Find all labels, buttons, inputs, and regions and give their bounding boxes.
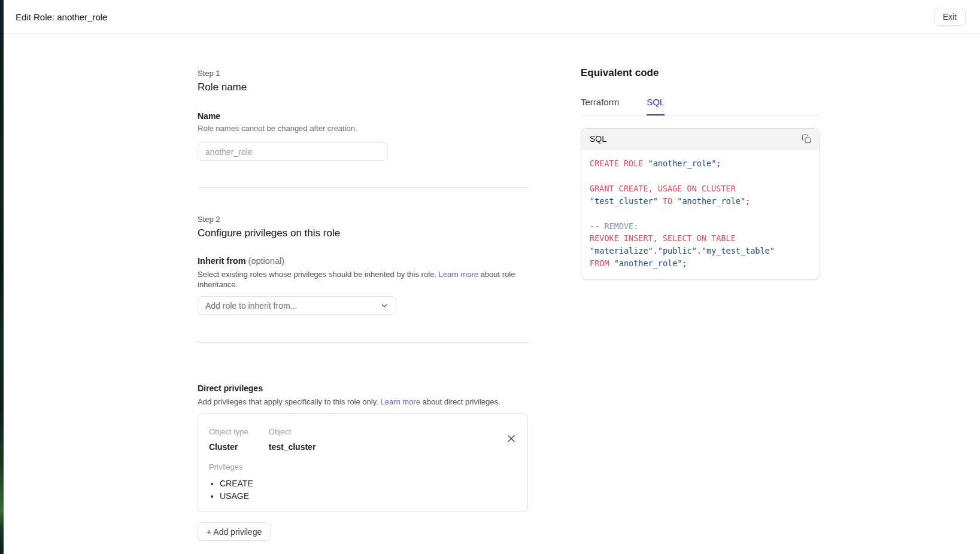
learn-more-link-privileges[interactable]: Learn more <box>380 397 420 406</box>
object-label: Object <box>269 427 316 436</box>
privileges-list: CREATEUSAGE <box>209 477 515 502</box>
inherit-role-select[interactable]: Add role to inherit from... <box>198 296 396 315</box>
copy-icon <box>802 134 811 144</box>
optional-suffix: (optional) <box>246 256 284 266</box>
inherit-from-label: Inherit from (optional) <box>198 256 528 266</box>
section-divider <box>198 342 528 343</box>
sql-code-panel: SQL CREATE ROLE "another_role"; GRANT CR… <box>581 128 820 280</box>
privilege-item: USAGE <box>220 490 515 503</box>
privilege-card-columns: Object type Cluster Object test_cluster <box>209 427 515 452</box>
direct-desc-before: Add privileges that apply specifically t… <box>198 397 380 406</box>
step2-title: Configure privileges on this role <box>198 227 528 239</box>
chevron-down-icon <box>380 302 389 310</box>
inherit-from-label-text: Inherit from <box>198 256 246 266</box>
topbar: Edit Role: another_role Exit <box>4 0 980 34</box>
code-line: "materialize"."public"."my_test_table" <box>590 245 811 257</box>
copy-code-button[interactable] <box>800 133 812 145</box>
form-column: Step 1 Role name Name Role names cannot … <box>198 34 528 541</box>
tab-sql[interactable]: SQL <box>647 97 665 115</box>
sql-code: CREATE ROLE "another_role"; GRANT CREATE… <box>581 150 820 279</box>
inherit-role-select-placeholder: Add role to inherit from... <box>205 301 297 311</box>
code-line: FROM "another_role"; <box>590 257 811 270</box>
code-line: GRANT CREATE, USAGE ON CLUSTER <box>590 182 811 195</box>
object-type-column: Object type Cluster <box>209 427 248 452</box>
main-content: Step 1 Role name Name Role names cannot … <box>4 34 980 554</box>
code-line: REVOKE INSERT, SELECT ON TABLE <box>590 232 811 245</box>
sql-code-panel-header: SQL <box>581 129 820 150</box>
step1-eyebrow: Step 1 <box>198 69 528 78</box>
role-name-input[interactable] <box>198 142 388 161</box>
inherit-description: Select existing roles whose privileges s… <box>198 269 524 290</box>
privilege-item: CREATE <box>220 477 515 490</box>
tab-terraform[interactable]: Terraform <box>581 97 619 115</box>
learn-more-link-inheritance[interactable]: Learn more <box>439 270 478 279</box>
object-type-value: Cluster <box>209 442 248 452</box>
code-line: CREATE ROLE "another_role"; <box>590 157 811 170</box>
object-type-label: Object type <box>209 427 248 436</box>
privilege-card: Object type Cluster Object test_cluster … <box>198 413 528 512</box>
close-icon <box>508 435 515 442</box>
name-help: Role names cannot be changed after creat… <box>198 123 528 133</box>
code-line <box>590 170 811 182</box>
code-line: -- REMOVE: <box>590 220 811 233</box>
direct-privileges-description: Add privileges that apply specifically t… <box>198 397 528 407</box>
equivalent-code-title: Equivalent code <box>581 67 820 79</box>
page-title: Edit Role: another_role <box>16 12 107 22</box>
add-privilege-button[interactable]: + Add privilege <box>198 522 271 541</box>
direct-privileges-label: Direct privileges <box>198 383 528 393</box>
step2-eyebrow: Step 2 <box>198 215 528 224</box>
exit-button[interactable]: Exit <box>934 8 966 26</box>
privileges-label: Privileges <box>209 462 515 471</box>
code-column: Equivalent code TerraformSQL SQL CREATE … <box>581 34 820 280</box>
direct-desc-after: about direct privileges. <box>420 397 500 406</box>
object-column: Object test_cluster <box>269 427 316 452</box>
section-divider <box>198 187 528 188</box>
object-value: test_cluster <box>269 442 316 452</box>
sql-code-panel-title: SQL <box>590 134 606 144</box>
name-label: Name <box>198 111 528 121</box>
remove-privilege-button[interactable] <box>506 433 517 444</box>
code-line <box>590 208 811 220</box>
edit-role-page: Edit Role: another_role Exit Step 1 Role… <box>4 0 980 554</box>
inherit-desc-before: Select existing roles whose privileges s… <box>198 270 439 279</box>
step1-title: Role name <box>198 81 528 93</box>
code-tabs: TerraformSQL <box>581 97 820 115</box>
code-line: "test_cluster" TO "another_role"; <box>590 195 811 208</box>
